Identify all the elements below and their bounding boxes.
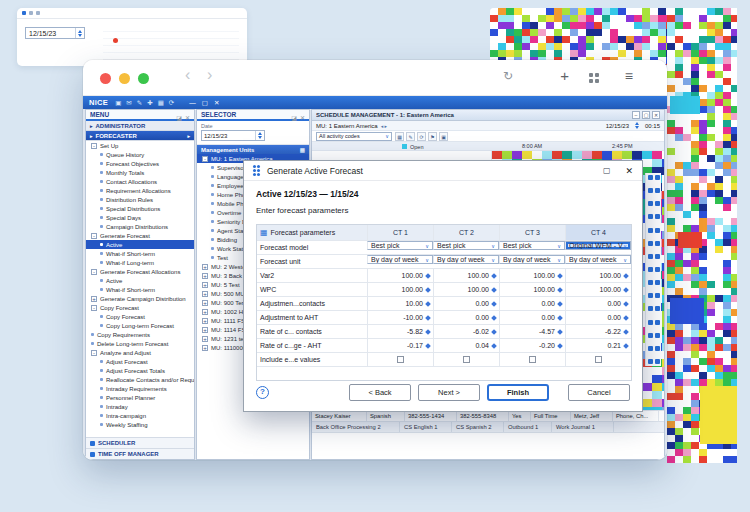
agent-cell[interactable]: Stacey Kaiser (312, 411, 367, 421)
menu-tree-item[interactable]: Copy Requirements (86, 330, 194, 339)
panel-maximize-icon[interactable]: ▢ (642, 111, 650, 119)
date-spinner[interactable] (75, 28, 84, 38)
dialog-maximize-icon[interactable]: ▢ (603, 166, 611, 175)
group-cell[interactable]: CS Spanish 2 (452, 422, 504, 432)
dropdown-cell[interactable]: By day of week∨ (499, 255, 565, 264)
schedule-activity-icon[interactable] (648, 333, 660, 338)
agent-cell[interactable]: 382-555-1434 (405, 411, 457, 421)
tab-overview-icon[interactable] (589, 73, 599, 83)
number-cell[interactable]: 0.00 (499, 311, 565, 324)
menu-tree-item[interactable]: -Generate Forecast (86, 231, 194, 240)
schedule-date-spinner[interactable] (633, 122, 641, 129)
chevron-down-icon[interactable]: ∨ (623, 257, 627, 263)
zoom-traffic-light[interactable] (138, 73, 149, 84)
agent-cell[interactable]: Phone, Ch... (613, 411, 659, 421)
schedule-activity-icon[interactable] (648, 201, 660, 206)
agent-cell[interactable]: 382-555-8348 (457, 411, 509, 421)
expand-icon[interactable]: - (91, 269, 97, 275)
checkbox[interactable] (397, 356, 404, 363)
agent-cell[interactable]: Full Time (531, 411, 571, 421)
checkbox-cell[interactable] (433, 353, 499, 366)
number-cell[interactable]: -10.00 (367, 311, 433, 324)
expand-icon[interactable]: + (202, 291, 208, 297)
edit-icon[interactable]: ✎ (406, 132, 415, 141)
menu-tree-item[interactable]: Intra-campaign (86, 411, 194, 420)
workspace-icon[interactable]: ▣ (115, 96, 121, 109)
panel-minimize-icon[interactable]: – (632, 111, 640, 119)
menu-tree-item[interactable]: -Copy Forecast (86, 303, 194, 312)
spinner-icon[interactable] (623, 287, 629, 293)
menu-tree-item[interactable]: Special Distributions (86, 204, 194, 213)
spinner-icon[interactable] (425, 343, 431, 349)
menu-tree-item[interactable]: Active (86, 276, 194, 285)
expand-icon[interactable]: - (202, 156, 208, 162)
menu-tree-item[interactable]: What-if Long-term (86, 258, 194, 267)
column-header-ct-2[interactable]: CT 2 (433, 225, 499, 240)
spinner-icon[interactable] (425, 273, 431, 279)
spinner-icon[interactable] (425, 301, 431, 307)
schedule-activity-icon[interactable] (648, 214, 660, 219)
flag-icon[interactable]: ⚑ (428, 132, 437, 141)
expand-icon[interactable]: + (202, 309, 208, 315)
spinner-icon[interactable] (425, 329, 431, 335)
pin-icon[interactable]: ◪ (176, 115, 182, 121)
dropdown-cell[interactable]: Best pick∨ (433, 241, 499, 250)
checkbox-cell[interactable] (367, 353, 433, 366)
spinner-icon[interactable] (557, 343, 563, 349)
reload-button[interactable]: ↻ (503, 69, 513, 83)
menu-tree-item[interactable]: What-if Short-term (86, 249, 194, 258)
menu-tree-item[interactable]: Campaign Distributions (86, 222, 194, 231)
pin-icon[interactable]: ◪ (291, 115, 297, 121)
module-time-off-manager[interactable]: TIME OFF MANAGER (86, 448, 194, 459)
checkbox[interactable] (529, 356, 536, 363)
schedule-activity-icon[interactable] (648, 346, 660, 351)
number-cell[interactable]: 100.00 (499, 283, 565, 296)
schedule-activity-icon[interactable] (648, 280, 660, 285)
spinner-icon[interactable] (491, 301, 497, 307)
expand-icon[interactable]: - (91, 233, 97, 239)
expand-icon[interactable]: + (202, 300, 208, 306)
number-cell[interactable]: -4.57 (499, 325, 565, 338)
number-cell[interactable]: -6.22 (565, 325, 631, 338)
expand-icon[interactable]: + (202, 327, 208, 333)
expand-icon[interactable]: + (202, 336, 208, 342)
number-cell[interactable]: 0.00 (565, 297, 631, 310)
help-button[interactable]: ? (256, 386, 269, 399)
spinner-icon[interactable] (491, 343, 497, 349)
finish-button[interactable]: Finish (487, 384, 549, 401)
app-close-icon[interactable]: ✕ (214, 96, 219, 109)
agent-cell[interactable]: Yes (509, 411, 531, 421)
checkbox[interactable] (463, 356, 470, 363)
schedule-activity-icon[interactable] (648, 241, 660, 246)
activity-codes-dropdown[interactable]: All activity codes ∨ (316, 132, 392, 141)
close-icon[interactable]: ✕ (300, 115, 305, 121)
number-cell[interactable]: 10.00 (367, 297, 433, 310)
menu-tree-item[interactable]: Contact Allocations (86, 177, 194, 186)
expand-icon[interactable]: + (202, 282, 208, 288)
schedule-activity-icon[interactable] (648, 188, 660, 193)
spinner-icon[interactable] (623, 301, 629, 307)
column-header-ct-1[interactable]: CT 1 (367, 225, 433, 240)
schedule-activity-icon[interactable] (648, 228, 660, 233)
schedule-activity-icon[interactable] (648, 254, 660, 259)
column-header-ct-4[interactable]: CT 4 (565, 225, 631, 240)
spinner-icon[interactable] (425, 287, 431, 293)
date-spinner[interactable] (255, 131, 264, 140)
agent-cell[interactable]: Metz, Jeff (571, 411, 613, 421)
menu-tree-item[interactable]: Special Days (86, 213, 194, 222)
dropdown-cell[interactable]: By day of week∨ (367, 255, 433, 264)
spinner-icon[interactable] (623, 315, 629, 321)
schedule-activity-icon[interactable] (648, 320, 660, 325)
number-cell[interactable]: 0.21 (565, 339, 631, 352)
spinner-icon[interactable] (491, 329, 497, 335)
edit-icon[interactable]: ✎ (137, 96, 142, 109)
number-cell[interactable]: -5.82 (367, 325, 433, 338)
browser-back-button[interactable]: ‹ (185, 66, 190, 84)
column-header-ct-3[interactable]: CT 3 (499, 225, 565, 240)
schedule-activity-icon[interactable] (648, 267, 660, 272)
chevron-down-icon[interactable]: ∨ (491, 257, 495, 263)
checkbox[interactable] (595, 356, 602, 363)
number-cell[interactable]: 0.00 (565, 311, 631, 324)
spinner-icon[interactable] (557, 301, 563, 307)
menu-tree-item[interactable]: Requirement Allocations (86, 186, 194, 195)
